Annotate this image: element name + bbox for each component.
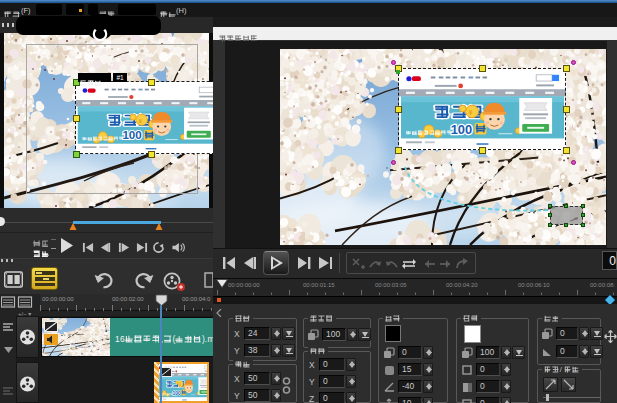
svg-text:/: / [560, 365, 563, 374]
svg-text:6: 6 [120, 334, 125, 344]
svg-text:(: ( [172, 334, 175, 344]
